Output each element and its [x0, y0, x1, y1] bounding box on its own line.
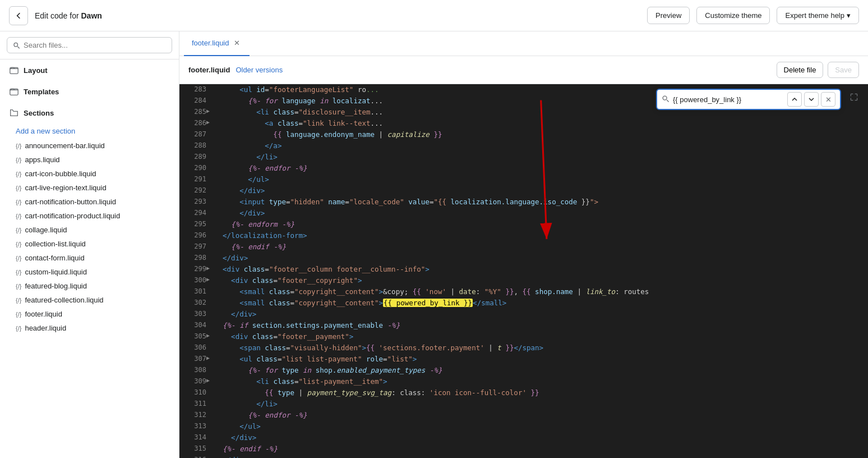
- save-button[interactable]: Save: [828, 62, 859, 78]
- table-row: 297 {%- endif -%}: [179, 241, 868, 253]
- line-arrow-indicator: [206, 152, 214, 163]
- table-row: 302 <small class="copyright__content">{{…: [179, 297, 868, 309]
- table-row: 301 <small class="copyright__content">&c…: [179, 286, 868, 297]
- sidebar-item-layout[interactable]: Layout: [0, 59, 179, 81]
- customize-theme-button[interactable]: Customize theme: [696, 7, 770, 24]
- sidebar-file-item[interactable]: {/}apps.liquid: [0, 153, 179, 167]
- line-arrow-indicator: [206, 286, 214, 297]
- table-row: 289 </li>: [179, 152, 868, 163]
- back-button[interactable]: [9, 6, 28, 25]
- editor-area: footer.liquid ✕ footer.liquid Older vers…: [179, 31, 868, 458]
- older-versions-link[interactable]: Older versions: [236, 66, 283, 74]
- file-code-icon: {/}: [16, 269, 21, 276]
- table-row: 298 </div>: [179, 253, 868, 264]
- page-title: Edit code for Dawn: [35, 11, 640, 20]
- preview-button[interactable]: Preview: [647, 7, 690, 24]
- line-code: <a class="link link--text...: [214, 118, 868, 129]
- main-layout: Layout Templates Sections Add a new sect…: [0, 31, 868, 458]
- line-arrow-indicator: [206, 365, 214, 376]
- line-arrow-indicator: [206, 387, 214, 399]
- code-editor[interactable]: 283 <ul id="footerLanguageList" ro... 28…: [179, 84, 868, 458]
- line-arrow-indicator: [206, 432, 214, 443]
- table-row: 295 {%- endform -%}: [179, 219, 868, 230]
- tab-footer-liquid[interactable]: footer.liquid ✕: [184, 31, 250, 56]
- line-arrow-indicator: [206, 185, 214, 196]
- line-code: {%- endif -%}: [214, 241, 868, 253]
- code-wrapper[interactable]: ✕ 283 <ul id="footerLanguageList" ro... …: [179, 84, 868, 458]
- sidebar-file-item[interactable]: {/}cart-icon-bubble.liquid: [0, 167, 179, 181]
- sidebar-file-item[interactable]: {/}contact-form.liquid: [0, 251, 179, 265]
- table-row: 296 </localization-form>: [179, 230, 868, 241]
- line-code: {%- endfor -%}: [214, 163, 868, 174]
- table-row: 305 ▶ <div class="footer__payment">: [179, 331, 868, 342]
- sidebar-file-item[interactable]: {/}cart-notification-button.liquid: [0, 195, 179, 209]
- search-next-button[interactable]: [804, 92, 819, 107]
- svg-point-4: [663, 96, 667, 100]
- line-number: 289: [179, 152, 206, 163]
- line-code: <div class="footer__column footer__colum…: [214, 264, 868, 275]
- line-arrow-indicator: [206, 297, 214, 309]
- search-prev-button[interactable]: [787, 92, 802, 107]
- line-code: <ul class="list list-payment" role="list…: [214, 354, 868, 365]
- folder-icon-3: [9, 108, 19, 118]
- sidebar-item-sections[interactable]: Sections: [0, 102, 179, 123]
- line-number: 315: [179, 443, 206, 455]
- line-code: </div>: [214, 253, 868, 264]
- line-number: 295: [179, 219, 206, 230]
- line-number: 307: [179, 354, 206, 365]
- line-arrow-indicator: [206, 230, 214, 241]
- sidebar-file-item[interactable]: {/}collection-list.liquid: [0, 237, 179, 251]
- sidebar-file-item[interactable]: {/}featured-blog.liquid: [0, 279, 179, 293]
- line-arrow-indicator: [206, 129, 214, 140]
- table-row: 313 </ul>: [179, 421, 868, 432]
- line-code: </ul>: [214, 174, 868, 185]
- line-code: <small class="copyright__content">{{ pow…: [214, 297, 868, 309]
- sidebar-file-item[interactable]: {/}featured-collection.liquid: [0, 293, 179, 307]
- file-code-icon: {/}: [16, 297, 21, 304]
- table-row: 288 </a>: [179, 140, 868, 152]
- file-item-label: contact-form.liquid: [25, 254, 84, 262]
- svg-point-0: [14, 43, 18, 47]
- line-number: 314: [179, 432, 206, 443]
- fullscreen-button[interactable]: [846, 89, 862, 106]
- line-number: 301: [179, 286, 206, 297]
- line-number: 310: [179, 387, 206, 399]
- table-row: 294 </div>: [179, 208, 868, 219]
- sidebar-item-templates[interactable]: Templates: [0, 81, 179, 102]
- svg-line-5: [667, 100, 669, 102]
- delete-file-button[interactable]: Delete file: [777, 62, 824, 78]
- sidebar-scroll[interactable]: Layout Templates Sections Add a new sect…: [0, 59, 179, 458]
- table-row: 312 {%- endfor -%}: [179, 410, 868, 421]
- sidebar-file-item[interactable]: {/}footer.liquid: [0, 307, 179, 321]
- line-code: </div>: [214, 432, 868, 443]
- expert-help-button[interactable]: Expert theme help ▾: [777, 7, 859, 24]
- line-number: 294: [179, 208, 206, 219]
- search-input[interactable]: [24, 41, 166, 49]
- sidebar: Layout Templates Sections Add a new sect…: [0, 31, 179, 458]
- sidebar-file-item[interactable]: {/}custom-liquid.liquid: [0, 265, 179, 279]
- sidebar-file-item[interactable]: {/}cart-notification-product.liquid: [0, 209, 179, 223]
- sidebar-file-item[interactable]: {/}collage.liquid: [0, 223, 179, 237]
- line-arrow-indicator: [206, 140, 214, 152]
- table-row: 286 ▶ <a class="link link--text...: [179, 118, 868, 129]
- tab-close-button[interactable]: ✕: [233, 39, 242, 48]
- search-close-button[interactable]: ✕: [821, 92, 835, 107]
- search-overlay: ✕: [656, 89, 841, 110]
- line-number: 306: [179, 342, 206, 354]
- add-section-link[interactable]: Add a new section: [0, 123, 179, 139]
- search-input-wrap[interactable]: [7, 37, 172, 53]
- table-row: 307 ▶ <ul class="list list-payment" role…: [179, 354, 868, 365]
- section-files-list: {/}announcement-bar.liquid{/}apps.liquid…: [0, 139, 179, 335]
- file-code-icon: {/}: [16, 325, 21, 332]
- line-arrow-indicator: [206, 455, 214, 458]
- line-arrow-indicator: [206, 95, 214, 107]
- line-code: </localization-form>: [214, 230, 868, 241]
- sidebar-file-item[interactable]: {/}cart-live-region-text.liquid: [0, 181, 179, 195]
- line-code: <li class="list-payment__item">: [214, 376, 868, 387]
- sidebar-file-item[interactable]: {/}header.liquid: [0, 321, 179, 335]
- file-item-label: cart-notification-button.liquid: [25, 198, 116, 206]
- chevron-down-icon: ▾: [847, 11, 851, 20]
- file-code-icon: {/}: [16, 283, 21, 290]
- sidebar-file-item[interactable]: {/}announcement-bar.liquid: [0, 139, 179, 153]
- search-find-input[interactable]: [673, 95, 785, 104]
